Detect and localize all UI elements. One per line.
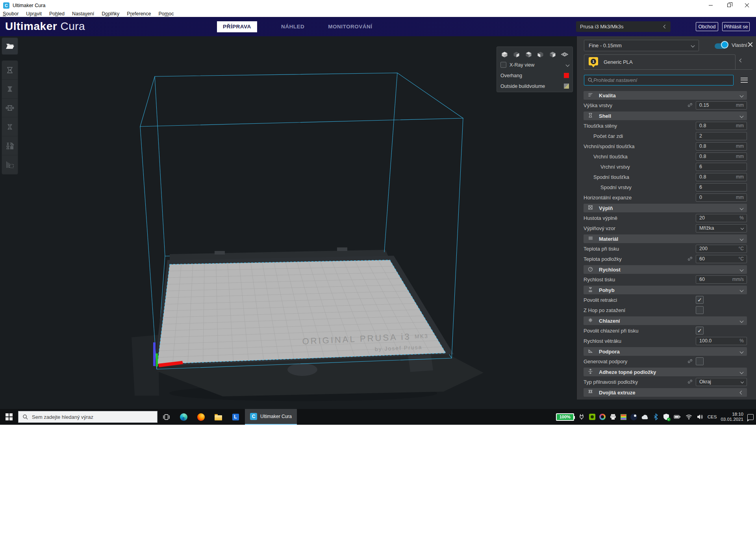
3d-scene[interactable]: ORIGINAL PRUSA i3 MK3 by Josef Prusa: [0, 36, 576, 409]
menu-upravit[interactable]: Upravit: [26, 11, 42, 17]
taskbar-search-input[interactable]: [32, 414, 153, 420]
xray-view-row[interactable]: X-Ray view: [500, 59, 569, 70]
3d-viewport[interactable]: ORIGINAL PRUSA i3 MK3 by Josef Prusa: [0, 36, 576, 409]
setting-value-field[interactable]: 20%: [696, 214, 747, 222]
outside-buildvolume-swatch[interactable]: [564, 84, 569, 89]
view-top-icon[interactable]: [524, 50, 533, 59]
file-explorer-button[interactable]: [209, 409, 227, 425]
view-right-icon[interactable]: [548, 50, 557, 59]
taskbar-clock[interactable]: 18:10 03.01.2021: [721, 412, 743, 422]
edge-button[interactable]: [175, 409, 192, 425]
setting-value-field[interactable]: 0.8mm: [696, 142, 747, 151]
setting-checkbox[interactable]: [696, 306, 704, 314]
setting-value-field[interactable]: 100.0%: [696, 337, 747, 345]
windows-security-icon[interactable]: ✓: [663, 413, 670, 420]
setting-value-field[interactable]: 0.8mm: [696, 152, 747, 161]
setting-checkbox[interactable]: ✓: [696, 327, 704, 335]
menu-soubor[interactable]: Soubor: [3, 11, 19, 17]
overhang-color-swatch[interactable]: [564, 73, 569, 78]
onedrive-cloud-icon[interactable]: [641, 414, 649, 420]
rotate-tool-button[interactable]: [2, 99, 18, 117]
ring-app-icon[interactable]: [599, 414, 606, 420]
tab-prepare[interactable]: PŘÍPRAVA: [217, 21, 257, 32]
move-tool-button[interactable]: [2, 61, 18, 80]
l-app-button[interactable]: L: [227, 409, 244, 425]
window-titlebar[interactable]: C Ultimaker Cura: [0, 0, 756, 11]
settings-section[interactable]: Podpora: [584, 347, 747, 356]
settings-section[interactable]: Adheze topné podložky: [584, 368, 747, 376]
tab-preview[interactable]: NÁHLED: [281, 24, 304, 30]
taskbar-cura-active[interactable]: C Ultimaker Cura: [245, 409, 297, 425]
setting-value-field[interactable]: 0.8mm: [696, 173, 747, 181]
settings-section[interactable]: Výplň: [584, 204, 747, 212]
custom-mode-toggle-knob[interactable]: [721, 41, 728, 48]
battery-icon[interactable]: [674, 413, 681, 420]
setting-value-field[interactable]: 0mm: [696, 193, 747, 202]
printer-icon[interactable]: [610, 413, 617, 420]
close-panel-icon[interactable]: [748, 42, 753, 47]
support-blocker-button[interactable]: [2, 155, 18, 174]
menu-preference[interactable]: Preference: [127, 11, 151, 17]
task-view-button[interactable]: [158, 409, 175, 425]
settings-search[interactable]: [584, 75, 734, 85]
minimize-button[interactable]: [702, 0, 720, 11]
firefox-button[interactable]: [192, 409, 209, 425]
start-button[interactable]: [0, 409, 18, 425]
setting-value-field[interactable]: 60mm/s: [696, 275, 747, 284]
scale-tool-button[interactable]: [2, 80, 18, 99]
volume-icon[interactable]: [697, 414, 704, 420]
settings-section[interactable]: Dvojitá extruze: [584, 388, 747, 397]
wifi-icon[interactable]: [685, 414, 693, 420]
setting-value-field[interactable]: 60°C: [696, 255, 747, 263]
bluetooth-icon[interactable]: [653, 413, 659, 420]
close-button[interactable]: [738, 0, 756, 11]
menu-doplnky[interactable]: Doplňky: [102, 11, 119, 17]
setting-value-field[interactable]: 0.15mm: [696, 101, 747, 110]
battery-percent-indicator[interactable]: 100%: [556, 413, 574, 421]
mirror-tool-button[interactable]: [2, 117, 18, 136]
setting-value-field[interactable]: 200°C: [696, 245, 747, 253]
profile-dropdown[interactable]: Fine - 0.15mm: [584, 40, 699, 51]
menu-pohled[interactable]: Pohled: [49, 11, 65, 17]
settings-search-input[interactable]: [593, 78, 730, 83]
per-model-settings-button[interactable]: [2, 136, 18, 155]
tab-monitor[interactable]: MONITOROVÁNÍ: [328, 24, 372, 30]
taskbar-search[interactable]: [18, 411, 158, 423]
marketplace-button[interactable]: Obchod: [696, 22, 718, 31]
setting-value-field[interactable]: 2: [696, 132, 747, 140]
settings-section[interactable]: Shell: [584, 112, 747, 120]
setting-dropdown[interactable]: Okraj: [696, 378, 747, 386]
menu-pomoc[interactable]: Pomoc: [159, 11, 174, 17]
settings-section[interactable]: Kvalita: [584, 91, 747, 100]
printer-selector[interactable]: Prusa i3 Mk3/Mk3s: [576, 21, 671, 32]
steam-icon[interactable]: [630, 414, 637, 420]
action-center-icon[interactable]: [747, 414, 754, 420]
usb-plug-icon[interactable]: [578, 413, 585, 420]
setting-checkbox[interactable]: ✓: [696, 296, 704, 304]
view-front-icon[interactable]: [512, 50, 521, 59]
language-indicator[interactable]: CES: [708, 414, 717, 419]
view-3d-icon[interactable]: [500, 50, 509, 59]
view-layers-icon[interactable]: [560, 50, 569, 59]
settings-section[interactable]: Materiál: [584, 234, 747, 243]
collapse-material-icon[interactable]: [739, 59, 743, 63]
setting-value-field[interactable]: 6: [696, 183, 747, 191]
menu-nastaveni[interactable]: Nastavení: [72, 11, 94, 17]
settings-section[interactable]: Pohyb: [584, 286, 747, 294]
settings-section[interactable]: Rychlost: [584, 265, 747, 274]
setting-checkbox[interactable]: [696, 357, 704, 365]
restore-button[interactable]: [720, 0, 738, 11]
nvidia-icon[interactable]: [589, 414, 595, 420]
settings-menu-icon[interactable]: [741, 78, 748, 83]
xray-checkbox[interactable]: [500, 62, 506, 68]
color-grid-app-icon[interactable]: [621, 414, 626, 420]
view-left-icon[interactable]: [536, 50, 545, 59]
extruder-material-box[interactable]: 1 Generic PLA: [584, 54, 736, 69]
sign-in-button[interactable]: Přihlásit se: [722, 22, 750, 31]
chevron-down-icon[interactable]: [566, 63, 570, 67]
setting-value-field[interactable]: 0.8mm: [696, 122, 747, 130]
setting-value-field[interactable]: 6: [696, 163, 747, 171]
open-file-button[interactable]: [2, 37, 18, 55]
setting-dropdown[interactable]: Mřížka: [696, 224, 747, 232]
settings-section[interactable]: Chlazení: [584, 316, 747, 325]
